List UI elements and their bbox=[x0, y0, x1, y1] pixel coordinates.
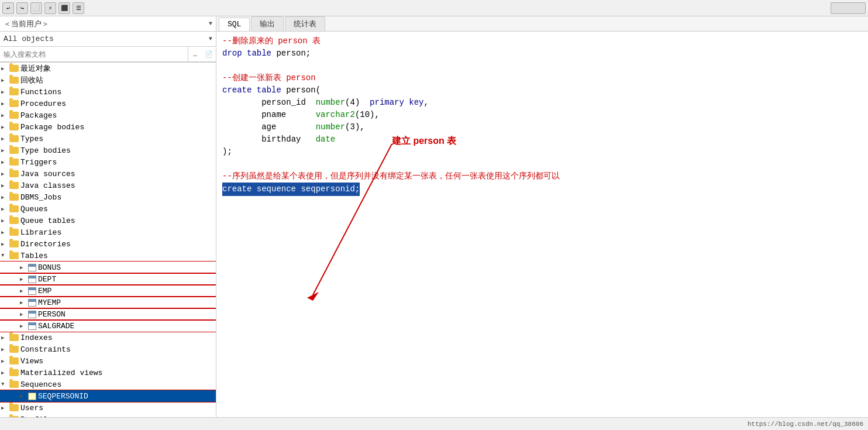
toolbar-btn-2[interactable]: ↪ bbox=[16, 2, 28, 14]
toolbar-btn-3[interactable]: ⬜ bbox=[30, 2, 42, 14]
toolbar-size[interactable] bbox=[831, 2, 866, 14]
tree-item-mat-views[interactable]: ▶Materialized views bbox=[0, 367, 216, 379]
tree-item-bonus[interactable]: ▶BONUS bbox=[0, 262, 216, 273]
tree-item-triggers[interactable]: ▶Triggers bbox=[0, 156, 216, 168]
tree-item-dept[interactable]: ▶DEPT bbox=[0, 273, 216, 285]
folder-icon bbox=[9, 357, 19, 364]
tree-arrow-collapsed: ▶ bbox=[1, 77, 9, 84]
tree-item-salgrade[interactable]: ▶SALGRADE bbox=[0, 320, 216, 332]
code-line-6: pname varchar2(10), bbox=[222, 109, 862, 121]
tree-item-types[interactable]: ▶Types bbox=[0, 133, 216, 145]
tree-arrow: ▶ bbox=[20, 276, 28, 283]
table-icon bbox=[28, 299, 36, 307]
table-icon bbox=[28, 264, 36, 271]
search-input[interactable] bbox=[0, 47, 188, 61]
code-line-5: person_id number(4) primary key, bbox=[222, 97, 862, 109]
table-icon bbox=[28, 276, 36, 283]
tree-arrow-collapsed: ▶ bbox=[1, 346, 9, 353]
tree-item-java-classes[interactable]: ▶Java classes bbox=[0, 180, 216, 191]
tree-label-functions: Functions bbox=[20, 88, 61, 97]
search-btn2[interactable]: 📄 bbox=[202, 47, 216, 61]
tree-label-directories: Directories bbox=[20, 240, 71, 249]
tree-item-queue-tables[interactable]: ▶Queue tables bbox=[0, 215, 216, 226]
folder-icon bbox=[9, 100, 19, 107]
tree-arrow-collapsed: ▶ bbox=[1, 101, 9, 107]
tree-item-java-sources[interactable]: ▶Java sources bbox=[0, 168, 216, 180]
folder-icon bbox=[9, 182, 19, 189]
table-icon bbox=[28, 287, 36, 295]
folder-icon bbox=[9, 65, 19, 72]
tree-item-emp[interactable]: ▶EMP bbox=[0, 285, 216, 297]
folder-icon bbox=[9, 252, 19, 259]
tree-label-recycle: 回收站 bbox=[20, 75, 43, 85]
editor-tabs: SQL 输出 统计表 bbox=[216, 16, 868, 32]
tree-item-recycle[interactable]: ▶回收站 bbox=[0, 74, 216, 86]
tree-label-package-bodies: Package bodies bbox=[20, 123, 84, 132]
tree-label-procedures: Procedures bbox=[20, 99, 66, 108]
search-btn[interactable]: … bbox=[188, 47, 202, 61]
user-select[interactable]: ＜当前用户＞ ▼ bbox=[0, 16, 216, 32]
folder-icon bbox=[9, 416, 19, 417]
tree-item-indexes[interactable]: ▶Indexes bbox=[0, 332, 216, 343]
toolbar-btn-6[interactable]: ☰ bbox=[73, 2, 84, 14]
tree-label-person: PERSON bbox=[38, 310, 66, 319]
tab-stats[interactable]: 统计表 bbox=[285, 16, 325, 31]
tree-arrow-collapsed: ▶ bbox=[1, 241, 9, 247]
code-line-4: create table person( bbox=[222, 84, 862, 97]
tree-arrow-collapsed: ▶ bbox=[1, 358, 9, 364]
tree-item-libraries[interactable]: ▶Libraries bbox=[0, 226, 216, 238]
tree-label-salgrade: SALGRADE bbox=[38, 322, 74, 331]
tree-label-users: Users bbox=[20, 404, 43, 412]
editor-area: SQL 输出 统计表 --删除原来的 person 表drop table pe… bbox=[216, 16, 868, 417]
tab-sql[interactable]: SQL bbox=[219, 18, 250, 31]
tree-item-seqpersonid[interactable]: ▶SEQPERSONID bbox=[0, 390, 216, 402]
tree-item-procedures[interactable]: ▶Procedures bbox=[0, 98, 216, 109]
tree-item-person[interactable]: ▶PERSON bbox=[0, 308, 216, 320]
code-line-7: age number(3), bbox=[222, 121, 862, 133]
tree-item-directories[interactable]: ▶Directories bbox=[0, 238, 216, 250]
code-line-2 bbox=[222, 60, 862, 72]
toolbar-btn-1[interactable]: ↩ bbox=[2, 2, 14, 14]
tree-label-libraries: Libraries bbox=[20, 228, 61, 237]
code-editor[interactable]: --删除原来的 person 表drop table person; --创建一… bbox=[216, 32, 868, 417]
code-line-8: birthday date bbox=[222, 133, 862, 146]
tree-item-package-bodies[interactable]: ▶Package bodies bbox=[0, 121, 216, 133]
toolbar-btn-5[interactable]: ⬛ bbox=[58, 2, 70, 14]
tree-item-recent[interactable]: ▶最近对象 bbox=[0, 63, 216, 74]
folder-icon bbox=[9, 88, 19, 95]
tree-item-tables[interactable]: ▼Tables bbox=[0, 250, 216, 262]
tree-arrow-collapsed: ▶ bbox=[1, 206, 9, 212]
tree-item-queues[interactable]: ▶Queues bbox=[0, 203, 216, 215]
tree-item-users[interactable]: ▶Users bbox=[0, 402, 216, 414]
objects-dropdown-arrow: ▼ bbox=[209, 36, 212, 42]
tree-item-packages[interactable]: ▶Packages bbox=[0, 109, 216, 121]
tree-item-dbms-jobs[interactable]: ▶DBMS_Jobs bbox=[0, 191, 216, 203]
code-line-10 bbox=[222, 158, 862, 170]
tree-item-functions[interactable]: ▶Functions bbox=[0, 86, 216, 98]
tree-arrow-collapsed: ▶ bbox=[1, 405, 9, 411]
folder-icon bbox=[9, 334, 19, 341]
toolbar-btn-4[interactable]: ⚡ bbox=[44, 2, 56, 14]
tree-item-views[interactable]: ▶Views bbox=[0, 355, 216, 367]
code-line-12: create sequence seqpersonid; bbox=[222, 183, 360, 196]
tab-output[interactable]: 输出 bbox=[251, 16, 284, 31]
tree-arrow-collapsed: ▶ bbox=[1, 159, 9, 166]
folder-icon bbox=[9, 194, 19, 201]
tree-item-sequences[interactable]: ▼Sequences bbox=[0, 379, 216, 390]
tree-label-indexes: Indexes bbox=[20, 333, 53, 342]
user-label: ＜当前用户＞ bbox=[4, 19, 209, 29]
tree-item-myemp[interactable]: ▶MYEMP bbox=[0, 297, 216, 308]
tree-arrow: ▶ bbox=[20, 300, 28, 306]
folder-icon bbox=[9, 217, 19, 224]
code-line-9: ); bbox=[222, 146, 862, 158]
code-line-11: --序列虽然是给某个表使用，但是序列并没有绑定某一张表，任何一张表使用这个序列都… bbox=[222, 170, 862, 183]
tree-item-constraints[interactable]: ▶Constraints bbox=[0, 343, 216, 355]
tree-label-java-sources: Java sources bbox=[20, 170, 75, 178]
folder-icon bbox=[9, 346, 19, 353]
tree-arrow-collapsed: ▶ bbox=[1, 335, 9, 341]
tree-label-queue-tables: Queue tables bbox=[20, 216, 75, 225]
objects-select[interactable]: All objects ▼ bbox=[0, 32, 216, 47]
tree-item-type-bodies[interactable]: ▶Type bodies bbox=[0, 145, 216, 156]
folder-icon bbox=[9, 404, 19, 411]
tree-area[interactable]: ▶最近对象▶回收站▶Functions▶Procedures▶Packages▶… bbox=[0, 63, 216, 417]
